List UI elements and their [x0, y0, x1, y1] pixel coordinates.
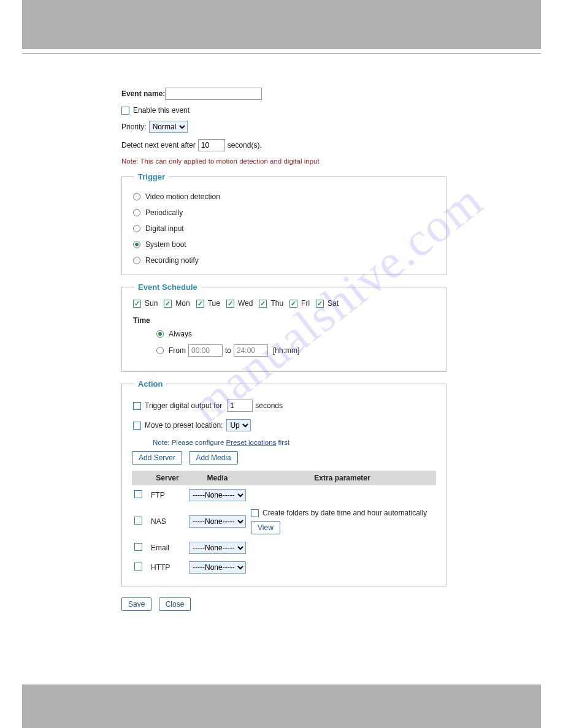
day-sat-checkbox[interactable]	[316, 300, 324, 308]
add-server-button[interactable]: Add Server	[132, 451, 182, 464]
trigger-fieldset: Trigger Video motion detection Periodica…	[121, 172, 446, 275]
table-row: Email -----None-----	[132, 538, 436, 558]
move-preset-select[interactable]: Up	[226, 419, 251, 431]
priority-select[interactable]: Normal	[149, 121, 188, 133]
action-fieldset: Action Trigger digital output for second…	[121, 379, 446, 586]
ftp-media-select[interactable]: -----None-----	[189, 489, 246, 501]
day-tue-checkbox[interactable]	[196, 300, 204, 308]
day-wed-checkbox[interactable]	[226, 300, 234, 308]
add-buttons-row: Add Server Add Media	[132, 451, 436, 464]
time-from-radio[interactable]	[156, 347, 164, 354]
day-item: Tue	[196, 299, 220, 308]
day-item: Fri	[289, 299, 310, 308]
email-media-select[interactable]: -----None-----	[189, 542, 246, 554]
trigger-option: Video motion detection	[133, 192, 436, 201]
day-item: Mon	[164, 299, 190, 308]
trigger-label: System boot	[145, 240, 186, 249]
table-row: HTTP -----None-----	[132, 558, 436, 577]
day-mon-checkbox[interactable]	[164, 300, 172, 308]
time-always-row: Always	[156, 330, 436, 338]
trigger-option: Periodically	[133, 208, 436, 217]
detect-note: Note: This can only applied to motion de…	[121, 157, 446, 165]
move-preset-checkbox[interactable]	[133, 422, 141, 430]
day-thu-checkbox[interactable]	[259, 300, 267, 308]
nas-checkbox[interactable]	[134, 517, 142, 525]
trigger-do-checkbox[interactable]	[133, 402, 141, 410]
save-button[interactable]: Save	[121, 597, 151, 611]
enable-checkbox[interactable]	[121, 107, 129, 115]
trigger-do-seconds-input[interactable]	[227, 400, 253, 412]
move-preset-row: Move to preset location: Up	[133, 419, 436, 431]
trigger-radio-periodic[interactable]	[133, 209, 140, 216]
th-extra: Extra parameter	[248, 471, 436, 485]
add-media-button[interactable]: Add Media	[189, 451, 237, 464]
preset-locations-link[interactable]: Preset locations	[226, 439, 277, 446]
day-item: Sun	[133, 299, 158, 308]
http-checkbox[interactable]	[134, 563, 142, 571]
schedule-fieldset: Event Schedule Sun Mon Tue Wed Thu Fri S…	[121, 282, 446, 372]
day-item: Thu	[259, 299, 283, 308]
nas-media-select[interactable]: -----None-----	[189, 515, 246, 528]
schedule-legend: Event Schedule	[134, 282, 201, 292]
trigger-label: Digital input	[145, 224, 184, 233]
top-banner	[22, 0, 541, 49]
bottom-buttons: Save Close	[121, 597, 446, 611]
th-media: Media	[186, 471, 248, 485]
event-name-label: Event name:	[121, 89, 165, 98]
detect-suffix: second(s).	[228, 141, 262, 150]
trigger-radio-recording[interactable]	[133, 257, 140, 264]
detect-seconds-input[interactable]	[198, 139, 225, 151]
email-checkbox[interactable]	[134, 543, 142, 551]
view-button[interactable]: View	[251, 521, 280, 534]
time-from-input[interactable]	[188, 344, 223, 357]
trigger-radio-motion[interactable]	[133, 193, 140, 200]
event-name-row: Event name:	[121, 88, 446, 100]
trigger-radio-boot[interactable]	[133, 241, 140, 248]
trigger-option: Recording notify	[133, 256, 436, 265]
day-fri-checkbox[interactable]	[289, 300, 297, 308]
http-media-select[interactable]: -----None-----	[189, 561, 246, 574]
trigger-label: Periodically	[145, 208, 183, 217]
server-name: FTP	[148, 485, 186, 505]
action-table: Server Media Extra parameter FTP -----No…	[132, 471, 436, 577]
server-name: NAS	[148, 505, 186, 538]
nas-folder-checkbox[interactable]	[251, 509, 259, 517]
event-name-input[interactable]	[165, 88, 262, 100]
day-item: Sat	[316, 299, 339, 308]
time-always-radio[interactable]	[156, 330, 164, 338]
bottom-banner	[22, 684, 541, 728]
event-form: Event name: Enable this event Priority: …	[121, 88, 446, 611]
preset-note: Note: Please configure Preset locations …	[153, 439, 436, 446]
enable-label: Enable this event	[133, 106, 190, 115]
th-server: Server	[148, 471, 186, 485]
time-header: Time	[133, 316, 436, 325]
ftp-checkbox[interactable]	[134, 490, 142, 498]
detect-row: Detect next event after second(s).	[121, 139, 446, 151]
priority-label: Priority:	[121, 123, 147, 131]
day-item: Wed	[226, 299, 253, 308]
time-to-input[interactable]	[234, 344, 268, 357]
days-row: Sun Mon Tue Wed Thu Fri Sat	[133, 299, 436, 308]
table-row: FTP -----None-----	[132, 485, 436, 505]
trigger-option: Digital input	[133, 224, 436, 233]
action-legend: Action	[134, 379, 166, 389]
server-name: HTTP	[148, 558, 186, 577]
trigger-legend: Trigger	[134, 172, 169, 181]
trigger-radio-digital[interactable]	[133, 225, 140, 232]
day-sun-checkbox[interactable]	[133, 300, 141, 308]
time-from-row: From to [hh:mm]	[156, 344, 436, 357]
enable-row: Enable this event	[121, 106, 446, 115]
server-name: Email	[148, 538, 186, 558]
divider	[22, 53, 541, 54]
trigger-do-row: Trigger digital output for seconds	[133, 400, 436, 412]
priority-row: Priority: Normal	[121, 121, 446, 133]
table-row: NAS -----None----- Create folders by dat…	[132, 505, 436, 538]
detect-prefix: Detect next event after	[121, 141, 196, 150]
trigger-label: Recording notify	[145, 256, 199, 265]
close-button[interactable]: Close	[159, 597, 191, 611]
trigger-label: Video motion detection	[145, 192, 220, 201]
trigger-option: System boot	[133, 240, 436, 249]
